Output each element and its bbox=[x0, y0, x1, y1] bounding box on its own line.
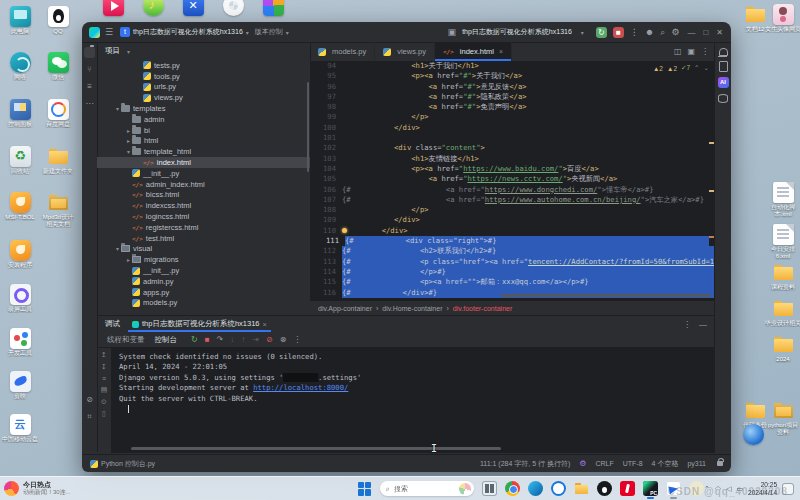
qq-desk-icon[interactable] bbox=[48, 6, 69, 27]
tree-item---init---py[interactable]: __init__.py bbox=[97, 168, 310, 179]
document-tool-icon[interactable] bbox=[719, 61, 728, 72]
intention-bulb-icon[interactable] bbox=[342, 228, 347, 233]
debug-session-tab[interactable]: thp日志数据可视化分析系统hx1316 × bbox=[128, 316, 271, 332]
qq-music-icon[interactable] bbox=[143, 0, 164, 16]
tree-item-templates[interactable]: ▾templates bbox=[97, 103, 310, 114]
purple-circle-icon[interactable] bbox=[10, 284, 31, 305]
tree-toggle-icon[interactable]: ▸ bbox=[125, 127, 132, 134]
vcs-menu[interactable]: 版本控制 bbox=[255, 27, 283, 37]
tree-item-logincss-html[interactable]: </>logincss.html bbox=[97, 211, 310, 222]
blue-x-icon[interactable] bbox=[183, 0, 204, 16]
tree-toggle-icon[interactable]: ▾ bbox=[114, 105, 121, 112]
tab-index-html[interactable]: </>index.html× bbox=[435, 42, 512, 61]
misc-icon[interactable] bbox=[263, 0, 284, 16]
search-everywhere-icon[interactable]: ⌕ bbox=[660, 27, 665, 37]
teal-monitor-icon[interactable] bbox=[10, 6, 31, 27]
folder-desk-icon[interactable] bbox=[745, 400, 766, 421]
prev-issue-icon[interactable]: ⌃ bbox=[694, 64, 699, 72]
debug-console[interactable]: System check identified no issues (0 sil… bbox=[111, 347, 715, 453]
start-button[interactable] bbox=[358, 482, 372, 496]
tree-item-registercss-html[interactable]: </>registercss.html bbox=[97, 222, 310, 233]
folder-desk-icon[interactable] bbox=[773, 298, 794, 319]
tree-item-admin-index-html[interactable]: </>admin_index.html bbox=[97, 179, 310, 190]
commit-tool-icon[interactable]: ⑂ bbox=[84, 64, 95, 75]
run-to-cursor-icon[interactable]: ⇥ bbox=[252, 335, 259, 344]
breadcrumb-item[interactable]: div.Home-container bbox=[382, 305, 442, 312]
rerun-debug-button[interactable]: ↻ bbox=[596, 27, 607, 38]
tree-toggle-icon[interactable]: ▸ bbox=[125, 137, 132, 144]
status-item[interactable]: 4 个空格 bbox=[652, 459, 679, 469]
tab-models-py[interactable]: models.py bbox=[310, 42, 375, 61]
more-tools-icon[interactable]: ⋯ bbox=[84, 98, 95, 109]
tree-item-migrations[interactable]: ▸migrations bbox=[97, 254, 310, 265]
tree-scrollbar[interactable] bbox=[307, 82, 309, 172]
status-item[interactable]: CRLF bbox=[595, 460, 613, 467]
folder-desk-icon[interactable] bbox=[773, 262, 794, 283]
person-icon[interactable] bbox=[773, 4, 794, 25]
up-icon[interactable]: ↥ bbox=[97, 351, 111, 359]
sphere-icon[interactable] bbox=[743, 424, 764, 445]
tree-item---init---py[interactable]: __init__.py bbox=[97, 265, 310, 276]
tree-item-bi[interactable]: ▸bi bbox=[97, 125, 310, 136]
more-icon[interactable]: ⋮ bbox=[293, 335, 301, 344]
stop-icon[interactable]: ■ bbox=[205, 335, 210, 344]
main-menu-icon[interactable]: ☰ bbox=[105, 27, 113, 37]
more-options-icon[interactable]: ⋮ bbox=[630, 27, 639, 37]
folder-desk-icon[interactable] bbox=[48, 146, 69, 167]
taskbar-app-taskview[interactable] bbox=[482, 481, 497, 496]
project-name[interactable]: thp日志数据可视化分析系统hx1316 bbox=[133, 27, 243, 37]
readonly-lock-icon[interactable] bbox=[717, 461, 723, 466]
step-out-icon[interactable]: ↑ bbox=[241, 335, 245, 344]
tab-options-icon[interactable]: ⋮ bbox=[701, 47, 709, 56]
news-widget[interactable]: 今日热点 动画新闻！30连... bbox=[0, 481, 152, 496]
teal-swirl-icon[interactable] bbox=[10, 52, 31, 73]
tree-item-admin[interactable]: admin bbox=[97, 114, 310, 125]
dot-icon[interactable]: ⊙ bbox=[97, 398, 111, 406]
structure-tool-icon[interactable]: ≡ bbox=[84, 81, 95, 92]
taskbar-app-qq[interactable] bbox=[597, 481, 612, 496]
taskbar-app-pycharm[interactable] bbox=[643, 481, 658, 496]
console-link[interactable]: http://localhost:8000/ bbox=[253, 383, 348, 392]
taskbar-app-circle[interactable] bbox=[551, 481, 566, 496]
next-issue-icon[interactable]: ⌄ bbox=[704, 64, 709, 72]
tree-item-apps-py[interactable]: apps.py bbox=[97, 287, 310, 298]
pink-video-icon[interactable] bbox=[103, 0, 124, 16]
ai-assistant-icon[interactable]: AI bbox=[718, 77, 729, 88]
status-item[interactable]: 111:1 (284 字符, 5 行 换行符) bbox=[480, 459, 570, 469]
tab-views-py[interactable]: views.py bbox=[375, 42, 435, 61]
project-tool-icon[interactable] bbox=[84, 47, 95, 58]
notifications-bell-icon[interactable] bbox=[719, 48, 728, 56]
wechat-icon[interactable] bbox=[48, 52, 69, 73]
folder-desk-icon[interactable] bbox=[773, 334, 794, 355]
blue-swoosh-icon[interactable] bbox=[10, 371, 31, 392]
minimize-button[interactable]: — bbox=[687, 28, 695, 37]
status-item[interactable]: UTF-8 bbox=[623, 460, 643, 467]
tab-close-icon[interactable]: × bbox=[263, 320, 267, 329]
tree-item-bicss-html[interactable]: </>bicss.html bbox=[97, 190, 310, 201]
tree-item-index-html[interactable]: </>index.html bbox=[97, 157, 310, 168]
orange-shield-icon[interactable] bbox=[10, 192, 31, 213]
tree-item-models-py[interactable]: models.py bbox=[97, 298, 310, 309]
panel-options-icon[interactable]: ⋮ bbox=[683, 320, 691, 329]
console-hscrollbar[interactable] bbox=[131, 447, 501, 450]
pinwheel-icon[interactable] bbox=[223, 0, 244, 16]
tab-threads-variables[interactable]: 线程和变量 bbox=[107, 335, 145, 345]
recycle-icon[interactable] bbox=[10, 146, 31, 167]
down-icon[interactable]: ↧ bbox=[97, 363, 111, 371]
tree-toggle-icon[interactable]: ▾ bbox=[114, 245, 121, 252]
layout-icon[interactable]: ▣ bbox=[687, 47, 695, 56]
xmldoc-icon[interactable] bbox=[773, 224, 794, 245]
tree-item-indexcss-html[interactable]: </>indexcss.html bbox=[97, 200, 310, 211]
tree-item-views-py[interactable]: views.py bbox=[97, 92, 310, 103]
tab-console[interactable]: 控制台 bbox=[155, 335, 178, 345]
orange-shield-icon[interactable] bbox=[10, 240, 31, 261]
tree-item-template-html[interactable]: ▾template_html bbox=[97, 146, 310, 157]
folder-desk-icon[interactable] bbox=[745, 4, 766, 25]
tree-item-admin-py[interactable]: admin.py bbox=[97, 276, 310, 287]
editor-hscrollbar[interactable] bbox=[501, 294, 711, 297]
debug-tool-icon[interactable]: ⊘ bbox=[84, 394, 95, 405]
database-tool-icon[interactable] bbox=[718, 94, 728, 103]
taskbar-app-edge[interactable] bbox=[528, 481, 543, 496]
taskbar-app-chrome[interactable] bbox=[505, 481, 520, 496]
compass-icon[interactable] bbox=[48, 99, 69, 120]
